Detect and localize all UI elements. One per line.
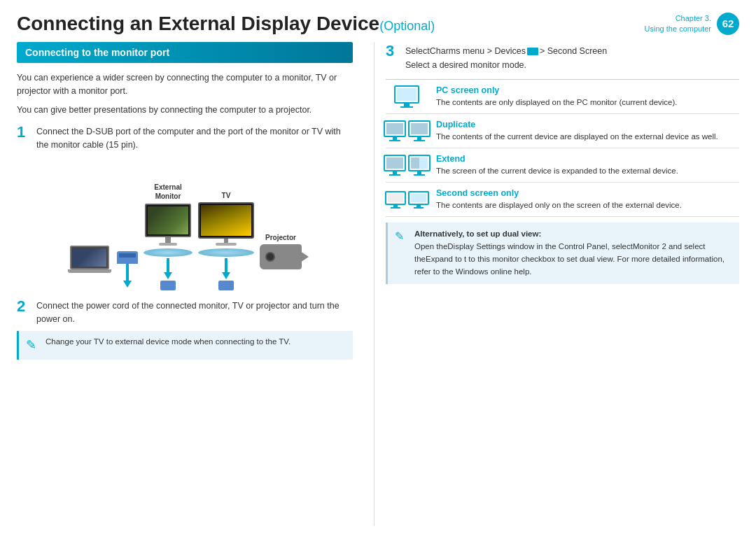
mode-desc-second-only: The contents are displayed only on the s… <box>436 199 739 211</box>
left-para1: You can experience a wider screen by con… <box>17 71 353 98</box>
info-note-icon: ✎ <box>395 228 409 278</box>
step2-text: Connect the power cord of the connected … <box>36 297 353 326</box>
section-title-text: Connecting to the monitor port <box>25 47 169 58</box>
left-column: Connecting to the monitor port You can e… <box>17 42 360 526</box>
mode-info-second-only: Second screen only The contents are disp… <box>436 188 739 211</box>
monitor-oval <box>144 248 192 257</box>
note1-text: Change your TV to external device mode w… <box>46 336 290 355</box>
note2-line1: Alternatively, to set up dual view: <box>414 230 541 238</box>
content-area: Connecting to the monitor port You can e… <box>0 42 756 526</box>
mode-info-pc-only: PC screen only The contents are only dis… <box>436 85 739 108</box>
chapter-sub: Using the computer <box>645 24 711 34</box>
mode-title-extend: Extend <box>436 154 739 164</box>
mode-title-second-only: Second screen only <box>436 188 739 198</box>
step3-number: 3 <box>386 42 400 60</box>
mode-row-extend: Extend The screen of the current device … <box>386 148 739 183</box>
step1-number: 1 <box>17 123 31 141</box>
projector-device: Projector <box>260 234 302 269</box>
right-column: 3 SelectCharms menu > Devices> Second Sc… <box>374 42 739 526</box>
mode-row-second-only: Second screen only The contents are disp… <box>386 183 739 217</box>
mode-icon-second-only <box>386 191 428 209</box>
mode-row-pc-only: PC screen only The contents are only dis… <box>386 80 739 114</box>
info-note-text: Alternatively, to set up dual view: Open… <box>414 228 732 278</box>
external-monitor-label: ExternalMonitor <box>154 183 181 201</box>
mode-icon-pc-only <box>386 85 428 108</box>
section-header: Connecting to the monitor port <box>17 42 353 63</box>
mode-desc-duplicate: The contents of the current device are d… <box>436 131 739 142</box>
tv-device: TV <box>198 192 254 290</box>
mode-icon-duplicate <box>386 120 428 141</box>
page-title: Connecting an External Display Device(Op… <box>17 13 645 35</box>
mode-title-pc-only: PC screen only <box>436 85 739 95</box>
left-para2: You can give better presentations by con… <box>17 104 353 117</box>
projector-label: Projector <box>265 234 296 241</box>
step3-text: SelectCharms menu > Devices> Second Scre… <box>405 42 607 72</box>
mode-desc-extend: The screen of the current device is expa… <box>436 165 739 176</box>
laptop-device <box>68 246 111 276</box>
note2-line2: Open theDisplay Settings window in the C… <box>414 242 724 276</box>
chapter-badge: 62 <box>717 13 739 35</box>
devices-icon-inline <box>527 48 538 55</box>
chapter-label: Chapter 3. <box>645 13 711 24</box>
optional-label: (Optional) <box>379 19 435 33</box>
mode-info-extend: Extend The screen of the current device … <box>436 154 739 176</box>
step-3: 3 SelectCharms menu > Devices> Second Sc… <box>386 42 739 72</box>
mode-icon-extend <box>386 155 428 176</box>
step2-number: 2 <box>17 297 31 316</box>
external-monitor-device: ExternalMonitor <box>144 183 192 290</box>
step-2: 2 Connect the power cord of the connecte… <box>17 297 353 326</box>
vga-area <box>117 251 138 288</box>
step3-line3: Select a desired monitor mode. <box>405 60 526 70</box>
page-container: Connecting an External Display Device(Op… <box>0 0 756 536</box>
mode-title-duplicate: Duplicate <box>436 120 739 129</box>
step1-text: Connect the D-SUB port of the computer a… <box>36 123 353 152</box>
note-box-1: ✎ Change your TV to external device mode… <box>17 331 353 360</box>
step-1: 1 Connect the D-SUB port of the computer… <box>17 123 353 152</box>
title-text: Connecting an External Display Device <box>17 13 379 34</box>
mode-desc-pc-only: The contents are only displayed on the P… <box>436 97 739 108</box>
diagram: ExternalMonitor <box>17 157 353 290</box>
page-header: Connecting an External Display Device(Op… <box>0 0 756 42</box>
chapter-info: Chapter 3. Using the computer 62 <box>645 13 739 35</box>
tv-label: TV <box>222 192 231 199</box>
mode-table: PC screen only The contents are only dis… <box>386 79 739 217</box>
step3-line2: > Second Screen <box>540 46 607 56</box>
info-note-2: ✎ Alternatively, to set up dual view: Op… <box>386 223 739 283</box>
note-icon-1: ✎ <box>26 336 40 355</box>
mode-info-duplicate: Duplicate The contents of the current de… <box>436 120 739 142</box>
mode-row-duplicate: Duplicate The contents of the current de… <box>386 114 739 148</box>
step3-line1: SelectCharms menu > Devices <box>405 46 526 56</box>
